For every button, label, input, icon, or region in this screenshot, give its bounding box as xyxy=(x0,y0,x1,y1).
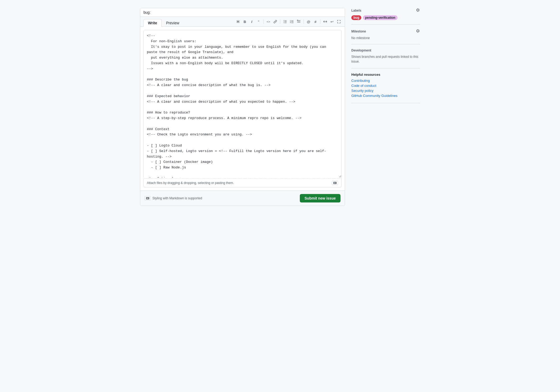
development-description: Shows branches and pull requests linked … xyxy=(351,54,420,64)
development-section: Development Shows branches and pull requ… xyxy=(351,44,420,68)
resource-security-policy[interactable]: Security policy xyxy=(351,89,420,93)
toolbar-divider-2 xyxy=(280,20,280,24)
toolbar-divider-4 xyxy=(320,20,320,24)
attach-label: Attach files by dragging & dropping, sel… xyxy=(147,181,234,185)
labels-gear-icon[interactable] xyxy=(416,8,420,13)
toolbar-divider-1 xyxy=(263,20,264,24)
footer-bar: Styling with Markdown is supported Submi… xyxy=(140,191,345,206)
milestone-header: Milestone xyxy=(351,29,420,34)
quote-icon[interactable]: " xyxy=(256,19,261,24)
resource-github-community[interactable]: GitHub Community Guidelines xyxy=(351,94,420,98)
development-title: Development xyxy=(351,49,371,52)
tab-write[interactable]: Write xyxy=(143,19,162,27)
cross-reference-icon[interactable] xyxy=(323,19,328,24)
italic-icon[interactable]: I xyxy=(249,19,254,24)
toolbar-divider-3 xyxy=(304,20,304,24)
task-list-icon[interactable] xyxy=(296,19,301,24)
tabs-left: Write Preview xyxy=(143,19,184,26)
toolbar-icons: H B I " <> @ xyxy=(235,19,342,26)
unordered-list-icon[interactable] xyxy=(282,19,288,24)
md-badge xyxy=(332,181,338,185)
editor-textarea[interactable]: <!-- For non-English users: It's okay to… xyxy=(143,30,342,178)
code-icon[interactable]: <> xyxy=(266,19,271,24)
bold-icon[interactable]: B xyxy=(242,19,248,24)
helpful-resources-section: Helpful resources Contributing Code of c… xyxy=(351,68,420,103)
label-bug: bug xyxy=(351,15,361,20)
submit-button[interactable]: Submit new issue xyxy=(300,194,340,202)
milestone-value: No milestone xyxy=(351,36,420,40)
development-header: Development xyxy=(351,49,420,52)
milestone-gear-icon[interactable] xyxy=(416,29,420,34)
labels-header: Labels xyxy=(351,8,420,13)
issue-form: Write Preview H B I " <> xyxy=(140,8,345,206)
title-input[interactable] xyxy=(140,8,345,17)
resource-contributing[interactable]: Contributing xyxy=(351,79,420,83)
ordered-list-icon[interactable] xyxy=(289,19,295,24)
resource-code-of-conduct[interactable]: Code of conduct xyxy=(351,84,420,88)
page-container: Write Preview H B I " <> xyxy=(140,8,420,206)
editor-area: <!-- For non-English users: It's okay to… xyxy=(140,27,345,191)
footer-left: Styling with Markdown is supported xyxy=(144,196,202,200)
sidebar: Labels bug pending-verification Mileston… xyxy=(351,8,420,103)
undo-icon[interactable]: ↩ xyxy=(329,19,335,24)
heading-icon[interactable]: H xyxy=(235,19,241,24)
mention-icon[interactable]: @ xyxy=(306,19,311,24)
milestone-section: Milestone No milestone xyxy=(351,25,420,44)
tab-preview[interactable]: Preview xyxy=(162,19,184,27)
attach-bar: Attach files by dragging & dropping, sel… xyxy=(143,178,342,187)
reference-icon[interactable]: # xyxy=(313,19,318,24)
editor-tabs-bar: Write Preview H B I " <> xyxy=(140,17,345,27)
labels-row: bug pending-verification xyxy=(351,15,420,20)
milestone-title: Milestone xyxy=(351,30,366,33)
labels-title: Labels xyxy=(351,9,361,12)
footer-md-badge xyxy=(144,196,151,200)
link-icon[interactable] xyxy=(273,19,278,24)
fullscreen-icon[interactable] xyxy=(336,19,342,24)
markdown-label: Styling with Markdown is supported xyxy=(152,196,202,200)
helpful-resources-title: Helpful resources xyxy=(351,73,420,77)
labels-section: Labels bug pending-verification xyxy=(351,8,420,25)
label-pending-verification: pending-verification xyxy=(363,15,398,20)
